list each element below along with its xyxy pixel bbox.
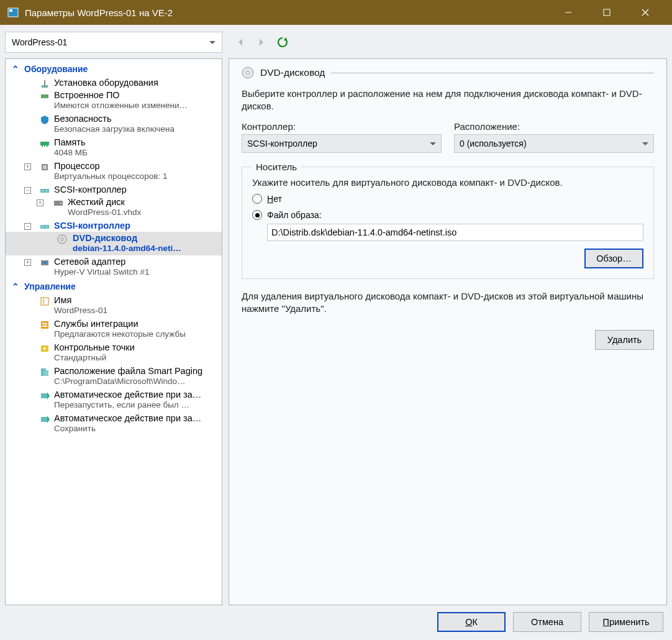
controller-label: Контроллер:	[242, 121, 442, 132]
cancel-button[interactable]: Отмена	[513, 612, 581, 632]
collapse-icon[interactable]: −	[24, 223, 31, 230]
vm-dropdown-value: WordPress-01	[12, 37, 67, 47]
radio-image[interactable]: Файл образа:	[252, 210, 643, 220]
section-management[interactable]: ⌃ Управление	[6, 279, 222, 294]
svg-text:I: I	[43, 298, 45, 305]
tree-scsi-1[interactable]: − SCSI-контроллер	[6, 183, 222, 196]
controller-icon	[39, 185, 50, 196]
chevron-down-icon	[209, 41, 216, 44]
window-close[interactable]	[626, 0, 665, 25]
svg-rect-15	[47, 145, 48, 147]
expand-icon[interactable]: +	[24, 163, 31, 170]
svg-marker-7	[260, 39, 263, 46]
location-label: Расположение:	[454, 121, 654, 132]
autostart-icon	[39, 390, 50, 401]
browse-button[interactable]: Обзор…	[584, 249, 643, 268]
delete-description: Для удаления виртуального дисковода комп…	[242, 290, 654, 315]
cpu-icon	[39, 162, 50, 173]
media-fieldset: Носитель Укажите носитель для виртуально…	[242, 162, 654, 279]
nic-icon	[39, 257, 50, 268]
tree-nic[interactable]: + Сетевой адаптер Hyper-V Virtual Switch…	[6, 255, 222, 279]
collapse-icon[interactable]: −	[24, 187, 31, 194]
settings-tree: ⌃ Оборудование Установка оборудования Вс…	[5, 58, 222, 605]
expand-icon[interactable]: +	[37, 199, 43, 206]
services-icon	[39, 319, 50, 331]
hardware-icon	[39, 78, 50, 89]
tree-memory[interactable]: Память 4048 МБ	[6, 136, 222, 160]
dvd-icon	[57, 234, 68, 245]
ok-button[interactable]: ОК	[437, 612, 506, 632]
svg-rect-32	[41, 321, 48, 329]
media-legend: Носитель	[252, 162, 301, 172]
window-title: Параметры WordPress-01 на VE-2	[25, 7, 549, 18]
radio-icon	[252, 210, 262, 220]
expand-icon[interactable]: +	[24, 259, 31, 266]
svg-rect-13	[42, 145, 43, 147]
divider	[331, 73, 654, 73]
paging-icon	[39, 367, 50, 378]
chevron-down-icon	[430, 142, 436, 145]
tree-processor[interactable]: + Процессор Виртуальных процессоров: 1	[6, 160, 222, 183]
svg-marker-8	[284, 37, 288, 41]
tree-add-hardware[interactable]: Установка оборудования	[6, 76, 222, 89]
tree-autostart[interactable]: Автоматическое действие при за… Перезапу…	[6, 388, 222, 412]
chevron-up-icon: ⌃	[12, 64, 19, 74]
name-icon: I	[39, 296, 50, 307]
svg-rect-12	[40, 142, 49, 145]
titlebar: Параметры WordPress-01 на VE-2	[0, 0, 672, 25]
tree-integration[interactable]: Службы интеграции Предлагаются некоторые…	[6, 318, 222, 341]
vm-dropdown[interactable]: WordPress-01	[5, 32, 222, 53]
autostop-icon	[39, 414, 50, 425]
svg-rect-3	[604, 9, 610, 16]
window-minimize[interactable]	[549, 0, 588, 25]
svg-rect-11	[41, 94, 48, 98]
shield-icon	[39, 114, 50, 126]
checkpoint-icon	[39, 343, 50, 354]
dialog-buttons: ОК Отмена Применить	[5, 605, 667, 635]
radio-none[interactable]: Нет	[252, 194, 643, 204]
location-select[interactable]: 0 (используется)	[454, 134, 654, 153]
svg-marker-6	[238, 39, 242, 46]
svg-rect-9	[42, 85, 48, 88]
tree-checkpoints[interactable]: Контрольные точки Стандартный	[6, 341, 222, 365]
tree-scsi-2[interactable]: − SCSI-контроллер	[6, 219, 222, 232]
svg-rect-18	[40, 189, 49, 193]
svg-marker-42	[47, 416, 50, 423]
svg-point-36	[43, 347, 46, 350]
apply-button[interactable]: Применить	[589, 612, 663, 632]
image-path-input[interactable]	[267, 224, 643, 241]
svg-rect-38	[43, 370, 48, 376]
tree-name[interactable]: I Имя WordPress-01	[6, 294, 222, 318]
svg-rect-23	[40, 225, 49, 229]
svg-rect-10	[44, 80, 45, 85]
svg-rect-30	[41, 298, 48, 305]
svg-rect-29	[43, 262, 47, 264]
svg-rect-34	[42, 326, 47, 327]
controller-select[interactable]: SCSI-контроллер	[242, 134, 442, 153]
tree-firmware[interactable]: Встроенное ПО Имеются отложенные изменен…	[6, 89, 222, 112]
dvd-icon	[242, 66, 254, 79]
media-description: Укажите носитель для виртуального дисков…	[252, 177, 643, 188]
delete-button[interactable]: Удалить	[595, 330, 654, 350]
svg-rect-14	[44, 145, 45, 147]
tree-paging[interactable]: Расположение файла Smart Paging C:\Progr…	[6, 365, 222, 388]
tree-autostop[interactable]: Автоматическое действие при за… Сохранит…	[6, 412, 222, 436]
svg-point-27	[61, 238, 63, 240]
tree-dvd[interactable]: DVD-дисковод debian-11.4.0-amd64-neti…	[6, 232, 222, 255]
radio-icon	[252, 194, 262, 204]
svg-rect-39	[41, 393, 47, 398]
panel-description: Выберите контроллер и расположение на не…	[242, 88, 654, 112]
svg-rect-17	[43, 165, 47, 169]
window-maximize[interactable]	[588, 0, 626, 25]
section-hardware[interactable]: ⌃ Оборудование	[6, 62, 222, 76]
svg-point-24	[42, 226, 43, 227]
controller-icon	[39, 221, 50, 232]
tree-security[interactable]: Безопасность Безопасная загрузка включен…	[6, 112, 222, 136]
disk-icon	[53, 198, 64, 209]
nav-back	[232, 34, 248, 50]
chip-icon	[39, 91, 50, 102]
app-icon	[7, 7, 19, 18]
tree-hdd[interactable]: + Жесткий диск WordPress-01.vhdx	[6, 196, 222, 219]
refresh-button[interactable]	[275, 34, 291, 50]
nav-forward	[253, 34, 270, 50]
